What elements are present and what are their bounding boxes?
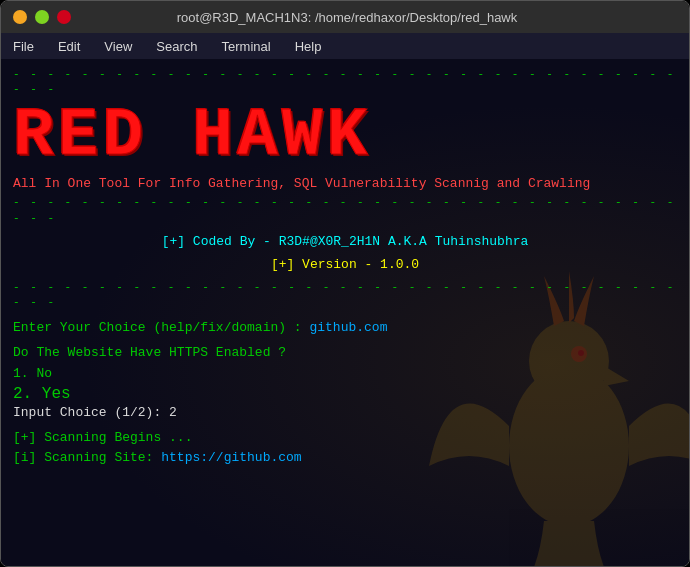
menu-search[interactable]: Search [152, 37, 201, 56]
prompt-value: github.com [309, 320, 387, 335]
menu-view[interactable]: View [100, 37, 136, 56]
maximize-button[interactable] [35, 10, 49, 24]
option-no: 1. No [13, 364, 677, 385]
app-subtitle: All In One Tool For Info Gathering, SQL … [13, 174, 677, 194]
app-title: RED HAWK [13, 102, 677, 170]
scanning-site-url: https://github.com [161, 450, 301, 465]
terminal-window: root@R3D_MACH1N3: /home/redhaxor/Desktop… [0, 0, 690, 567]
dashed-line-bot: - - - - - - - - - - - - - - - - - - - - … [13, 280, 677, 311]
version-line: [+] Version - 1.0.0 [13, 255, 677, 276]
terminal-content: - - - - - - - - - - - - - - - - - - - - … [13, 67, 677, 469]
menu-edit[interactable]: Edit [54, 37, 84, 56]
dashed-line-mid: - - - - - - - - - - - - - - - - - - - - … [13, 195, 677, 226]
menu-help[interactable]: Help [291, 37, 326, 56]
menu-bar: File Edit View Search Terminal Help [1, 33, 689, 59]
https-question: Do The Website Have HTTPS Enabled ? [13, 343, 677, 364]
coded-by-line: [+] Coded By - R3D#@X0R_2H1N A.K.A Tuhin… [13, 232, 677, 253]
scanning-site-line: [i] Scanning Site: https://github.com [13, 448, 677, 469]
window-controls [13, 10, 71, 24]
dashed-line-top: - - - - - - - - - - - - - - - - - - - - … [13, 67, 677, 98]
terminal-body: - - - - - - - - - - - - - - - - - - - - … [1, 59, 689, 566]
minimize-button[interactable] [13, 10, 27, 24]
option-yes: 2. Yes [13, 385, 677, 403]
window-title: root@R3D_MACH1N3: /home/redhaxor/Desktop… [71, 10, 623, 25]
close-button[interactable] [57, 10, 71, 24]
menu-terminal[interactable]: Terminal [218, 37, 275, 56]
menu-file[interactable]: File [9, 37, 38, 56]
prompt-label: Enter Your Choice (help/fix/domain) : [13, 320, 309, 335]
title-bar: root@R3D_MACH1N3: /home/redhaxor/Desktop… [1, 1, 689, 33]
scanning-site-label: [i] Scanning Site: [13, 450, 161, 465]
input-choice: Input Choice (1/2): 2 [13, 403, 677, 424]
prompt-line: Enter Your Choice (help/fix/domain) : gi… [13, 318, 677, 339]
scanning-begins: [+] Scanning Begins ... [13, 428, 677, 449]
